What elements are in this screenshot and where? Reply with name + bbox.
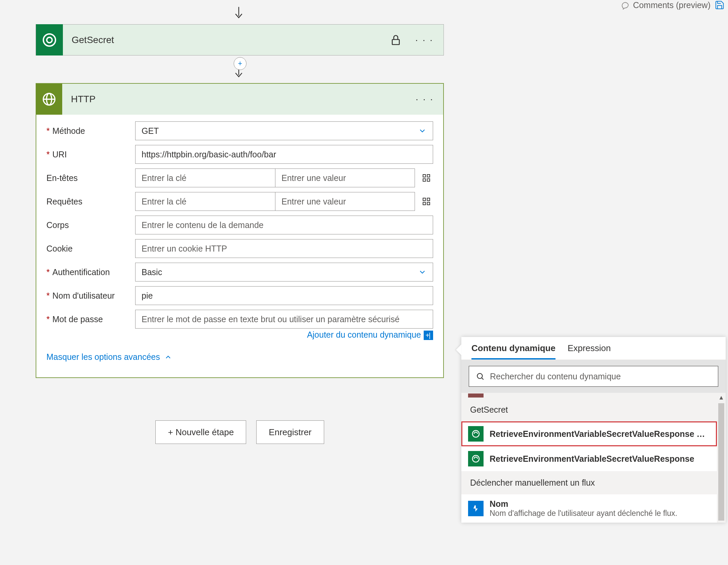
comments-label: Comments (preview) [633,0,711,10]
uri-label: *URI [46,150,135,159]
section-header-getsecret: GetSecret [461,398,717,421]
dynamic-content-search[interactable] [469,366,718,387]
save-button[interactable]: Enregistrer [256,420,324,444]
getsecret-title: GetSecret [63,35,390,45]
getsecret-more-button[interactable]: · · · [405,35,444,45]
hide-advanced-options-link[interactable]: Masquer les options avancées [46,352,172,362]
new-step-button[interactable]: + Nouvelle étape [155,420,246,444]
tab-expression[interactable]: Expression [568,343,611,360]
queries-value-input[interactable] [275,192,415,211]
getsecret-connector-icon [36,24,63,55]
svg-point-18 [472,455,479,462]
auth-select[interactable]: Basic [135,263,433,281]
cookie-label: Cookie [46,244,135,254]
http-connector-icon [36,84,62,115]
svg-rect-11 [423,198,426,201]
username-label: *Nom d'utilisateur [46,291,135,301]
scroll-up-icon: ▲ [718,394,724,401]
popup-caret-icon [456,344,461,355]
svg-rect-7 [423,175,426,177]
headers-key-input[interactable] [135,168,275,187]
svg-rect-10 [427,179,430,182]
svg-rect-14 [427,202,430,205]
headers-value-input[interactable] [275,168,415,187]
save-icon[interactable] [715,0,725,10]
svg-point-17 [472,430,479,437]
http-more-button[interactable]: · · · [406,84,443,115]
auth-label: *Authentification [46,267,135,277]
queries-label: Requêtes [46,197,135,206]
dynamic-item-retrieve-envvar-2[interactable]: RetrieveEnvironmentVariableSecretValueRe… [461,446,717,471]
action-card-getsecret[interactable]: GetSecret · · · [36,24,444,55]
plus-icon: +| [424,331,433,340]
cookie-input[interactable] [135,239,433,258]
comments-preview-button[interactable]: Comments (preview) [620,0,711,10]
headers-label: En-têtes [46,173,135,183]
svg-line-16 [482,378,484,380]
dataverse-icon [468,426,484,442]
scrollbar[interactable]: ▲ [717,393,726,523]
svg-point-15 [477,373,482,378]
dataverse-icon [468,451,484,466]
body-label: Corps [46,220,135,230]
method-label: *Méthode [46,126,135,136]
trigger-icon [468,501,484,516]
password-input[interactable] [135,310,433,329]
dynamic-item-retrieve-envvar-1[interactable]: RetrieveEnvironmentVariableSecretValueRe… [461,421,717,446]
tab-dynamic-content[interactable]: Contenu dynamique [471,343,555,360]
chevron-up-icon [164,353,172,361]
chevron-down-icon [418,268,427,276]
section-header-trigger: Déclencher manuellement un flux [461,471,717,494]
lock-icon [390,34,402,46]
comment-icon [620,0,629,10]
http-header[interactable]: HTTP · · · [36,84,443,115]
body-input[interactable] [135,216,433,234]
svg-rect-13 [423,202,426,205]
svg-rect-9 [423,179,426,182]
username-input[interactable] [135,286,433,305]
svg-rect-2 [392,39,399,44]
dynamic-content-popup: Contenu dynamique Expression GetSecret R… [461,337,726,523]
svg-rect-12 [427,198,430,201]
dynamic-item-nom[interactable]: Nom Nom d'affichage de l'utilisateur aya… [461,494,717,523]
http-title: HTTP [62,94,406,105]
svg-point-1 [43,34,55,46]
scroll-thumb[interactable] [718,403,724,521]
method-select[interactable]: GET [135,121,433,140]
password-label: *Mot de passe [46,314,135,324]
chevron-down-icon [418,126,427,135]
svg-rect-8 [427,175,430,177]
queries-switch-mode-button[interactable] [420,195,433,208]
search-icon [476,372,485,381]
connector-arrow-icon [233,7,244,21]
add-step-between-button[interactable]: + [234,57,246,70]
queries-key-input[interactable] [135,192,275,211]
add-dynamic-content-link[interactable]: Ajouter du contenu dynamique+| [307,330,433,339]
headers-switch-mode-button[interactable] [420,171,433,185]
action-card-http: HTTP · · · *Méthode GET *URI En-tête [36,83,444,378]
uri-input[interactable] [135,145,433,164]
